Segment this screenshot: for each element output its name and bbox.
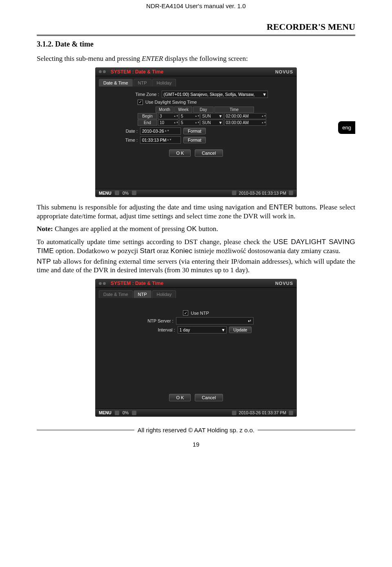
status2-timestamp: 2010-03-26 01:33:37 PM [239,410,286,415]
paragraph-2: To automatically update time settings ac… [37,238,355,256]
dst-col-week: Week [174,107,192,113]
tab2-date-time[interactable]: Date & Time [99,290,133,298]
note-paragraph: Note: Changes are applied at the moment … [37,225,355,233]
dst-end-month[interactable]: 10▲▼ [158,120,178,126]
dst-col-month: Month [156,107,174,113]
intro-enter: ENTER [142,55,163,62]
cancel-button-2[interactable]: Cancel [195,394,223,401]
status2-menu: MENU [99,410,111,415]
time-format-button[interactable]: Format [183,137,206,143]
dst-table: Month Week Day Time Begin 3▲▼ 5▲▼ SUN▼ 0… [138,107,293,126]
paragraph-3: NTP tab allows for defining external tim… [37,257,355,275]
status-timestamp: 2010-03-26 01:33:13 PM [239,191,286,196]
dst-checkbox[interactable]: ✓ [138,100,143,105]
date-label: Date : [103,129,138,133]
dvr-title: SYSTEM : Date & Time [111,69,163,75]
page-footer: All rights reserved © AAT Holding sp. z … [37,427,355,434]
language-tab: eng [338,121,355,134]
dst-col-time: Time [214,107,254,113]
dst-end-label: End [138,120,157,126]
status2-percent: 0% [122,410,129,415]
date-format-button[interactable]: Format [183,128,206,134]
disk-icon [115,411,119,415]
fullscreen-icon [289,191,293,195]
paragraph-1: This submenu is responsible for adjustin… [37,203,355,221]
dvr2-title: SYSTEM : Date & Time [111,280,163,286]
intro-text-a: Selecting this sub-menu and pressing [37,55,142,62]
ntp-checkbox-label: Use NTP [191,311,209,316]
dst-end-day[interactable]: SUN▼ [200,120,223,126]
timezone-value: (GMT+01:00) Sarajevo, Skopje, Sofija, Wa… [164,92,255,97]
ntp-server-input[interactable]: ↵ [176,317,254,325]
dst-begin-week[interactable]: 5▲▼ [179,113,200,119]
ntp-server-label: NTP Server : [139,318,174,323]
dst-begin-time[interactable]: 02:00:00 AM▲▼ [224,113,266,119]
tab-ntp[interactable]: NTP [134,79,151,87]
dvr-screenshot-date-time: SYSTEM : Date & Time NOVUS Date & Time N… [95,67,297,197]
ok-button[interactable]: O K [169,149,191,157]
section-title: RECORDER'S MENU [37,11,355,35]
dvr-tabs: Date & Time NTP Holiday [99,79,293,87]
page-number: 19 [37,441,355,448]
disk-icon [115,191,119,195]
dvr2-statusbar: MENU 0% 2010-03-26 01:33:37 PM [96,409,296,416]
intro-paragraph: Selecting this sub-menu and pressing ENT… [37,54,355,63]
fullscreen-icon [289,411,293,415]
dvr2-tabs: Date & Time NTP Holiday [99,290,293,298]
status-menu: MENU [99,191,111,196]
dst-end-week[interactable]: 5▲▼ [179,120,200,126]
timezone-dropdown[interactable]: (GMT+01:00) Sarajevo, Skopje, Sofija, Wa… [162,91,268,98]
dropdown-icon: ▼ [263,92,266,97]
refresh-icon [132,411,136,415]
refresh-icon [132,191,136,195]
dropdown-icon: ▼ [221,327,225,332]
dst-checkbox-label: Use Daylight Saving Time [145,100,197,105]
dvr2-titlebar: SYSTEM : Date & Time NOVUS [96,279,296,288]
time-field[interactable]: 01:33:13 PM▲▼ [140,136,181,144]
dst-begin-month[interactable]: 3▲▼ [158,113,178,119]
subsection-heading: 3.1.2. Date & time [37,40,355,49]
dvr-screenshot-ntp: SYSTEM : Date & Time NOVUS Date & Time N… [95,279,297,417]
ntp-interval-label: Interval : [140,327,175,332]
doc-header: NDR-EA4104 User's manual ver. 1.0 [37,0,355,11]
tab2-ntp[interactable]: NTP [134,290,151,298]
date-field[interactable]: 2010-03-26▲▼ [140,127,181,135]
tab2-holiday[interactable]: Holiday [152,290,176,298]
timezone-label: Time Zone : [125,92,159,97]
footer-text: All rights reserved © AAT Holding sp. z … [138,427,254,434]
ntp-checkbox[interactable]: ✓ [183,310,188,316]
enter-icon: ↵ [248,318,252,323]
dvr-titlebar: SYSTEM : Date & Time NOVUS [96,68,296,76]
status-percent: 0% [122,191,129,196]
dst-begin-day[interactable]: SUN▼ [200,113,223,119]
time-label: Time : [103,138,138,142]
ntp-update-button[interactable]: Update [229,327,252,333]
dst-col-day: Day [193,107,214,113]
ntp-interval-dropdown[interactable]: 1 day ▼ [178,326,227,334]
dst-begin-label: Begin [138,113,157,119]
dvr2-brand: NOVUS [275,281,293,286]
status-icon [232,191,236,195]
cancel-button[interactable]: Cancel [195,149,223,157]
intro-text-b: displays the following screen: [163,55,248,62]
tab-date-time[interactable]: Date & Time [99,79,133,87]
dst-end-time[interactable]: 03:00:00 AM▲▼ [224,120,266,126]
section-rule [37,35,355,36]
ok-button-2[interactable]: O K [169,394,191,401]
dvr-statusbar: MENU 0% 2010-03-26 01:33:13 PM [96,189,296,197]
status-icon [232,411,236,415]
dvr-brand: NOVUS [275,69,293,74]
tab-holiday[interactable]: Holiday [152,79,176,87]
